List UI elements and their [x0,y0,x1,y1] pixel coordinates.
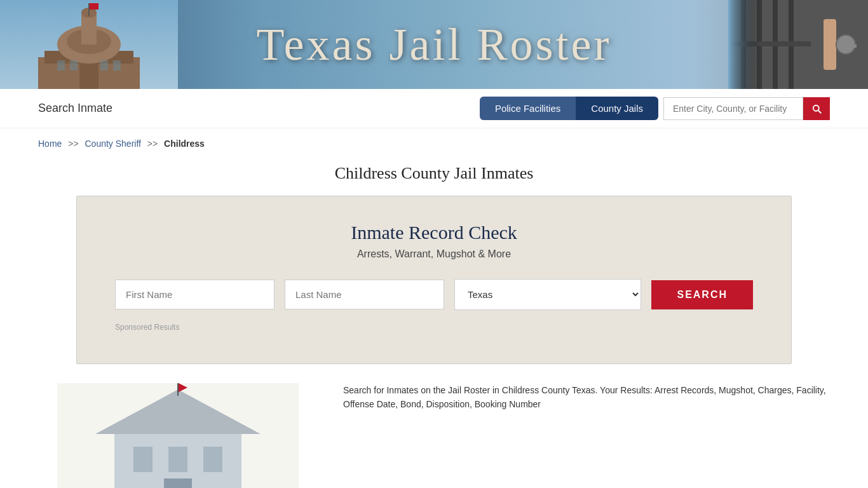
facility-search-input[interactable] [663,97,803,120]
nav-right: Police Facilities County Jails [480,97,830,120]
facility-search-button[interactable] [803,97,830,120]
svg-rect-13 [79,64,98,89]
svg-rect-11 [100,60,108,71]
police-facilities-button[interactable]: Police Facilities [480,97,576,120]
breadcrumb-sep-2: >> [147,139,158,149]
svg-rect-20 [824,19,836,70]
breadcrumb-current: Childress [164,139,205,149]
svg-rect-12 [113,60,121,71]
sponsored-label: Sponsored Results [115,323,753,332]
jail-image [728,0,868,89]
breadcrumb-sep-1: >> [68,139,78,149]
record-search-button[interactable]: SEARCH [651,280,753,309]
page-title: Childress County Jail Inmates [0,164,868,183]
capitol-silhouette [0,0,178,89]
record-check-form: AlabamaAlaskaArizonaArkansasCaliforniaCo… [115,279,753,310]
svg-rect-31 [177,383,179,396]
svg-rect-22 [844,44,857,48]
svg-rect-28 [168,447,187,472]
svg-rect-10 [70,60,78,71]
breadcrumb-home-link[interactable]: Home [38,139,62,149]
svg-rect-23 [728,0,760,89]
svg-rect-27 [133,447,153,472]
first-name-input[interactable] [115,280,275,309]
svg-rect-9 [57,60,65,71]
bottom-section: Search for Inmates on the Jail Roster in… [38,383,830,488]
building-image [38,383,318,488]
breadcrumb: Home >> County Sheriff >> Childress [0,128,868,159]
svg-rect-29 [203,447,222,472]
last-name-input[interactable] [285,280,444,309]
county-jails-button[interactable]: County Jails [576,97,658,120]
svg-rect-30 [164,478,192,488]
record-check-section: Inmate Record Check Arrests, Warrant, Mu… [76,196,792,364]
breadcrumb-county-sheriff-link[interactable]: County Sheriff [85,139,141,149]
search-inmate-label: Search Inmate [38,102,112,115]
search-icon [811,103,822,114]
record-check-title: Inmate Record Check [115,222,753,243]
site-title: Texas Jail Roster [257,18,612,71]
bottom-description: Search for Inmates on the Jail Roster in… [343,383,830,412]
svg-rect-7 [88,3,90,16]
header-banner: Texas Jail Roster [0,0,868,89]
state-select[interactable]: AlabamaAlaskaArizonaArkansasCaliforniaCo… [454,279,641,310]
record-check-subtitle: Arrests, Warrant, Mugshot & More [115,248,753,260]
svg-rect-8 [90,3,98,10]
nav-bar: Search Inmate Police Facilities County J… [0,89,868,128]
